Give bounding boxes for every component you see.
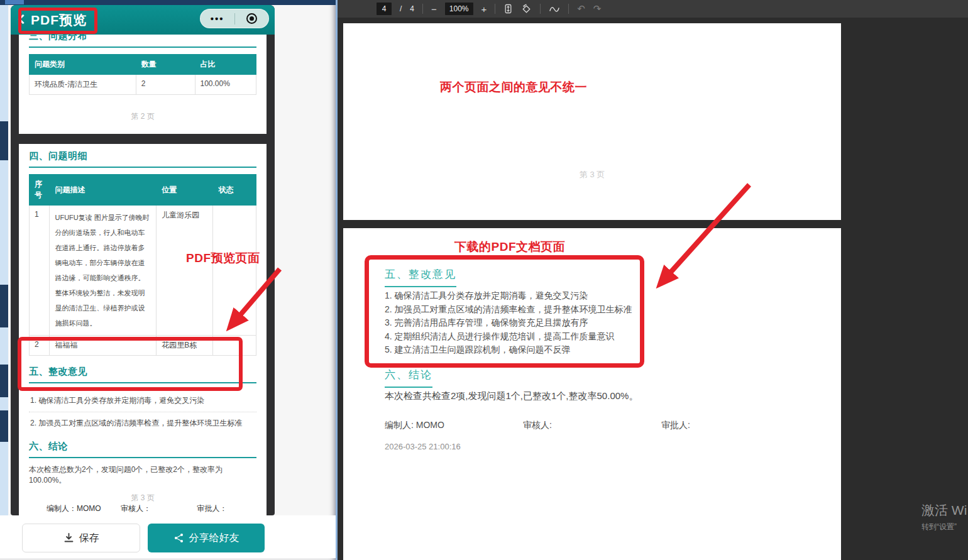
strip-block: [0, 410, 8, 442]
redo-button[interactable]: ↷: [593, 3, 602, 14]
col-header: 数量: [136, 55, 195, 75]
col-header: 占比: [195, 55, 256, 75]
save-label: 保存: [79, 532, 99, 545]
col-header: 问题描述: [50, 175, 157, 206]
cell-location: 花园里B栋: [157, 336, 213, 356]
toolbar-divider: [568, 4, 569, 14]
rectify-item: 2. 加强员工对重点区域的清洁频率检查，提升整体环境卫生标准: [385, 303, 632, 317]
section-heading-distribution: 三、问题分布: [29, 35, 256, 42]
table-row: 2 福福福 花园里B栋: [30, 336, 256, 356]
draw-ink-icon: [549, 4, 560, 14]
pdf-toolbar: 4 / 4 − 100% +: [338, 0, 968, 18]
rectify-item: 5. 建立清洁卫生问题跟踪机制，确保问题不反弹: [385, 343, 632, 357]
rotate-button[interactable]: [521, 4, 532, 14]
undo-button[interactable]: ↶: [577, 3, 585, 14]
download-icon: [63, 533, 74, 543]
page-total: 4: [410, 4, 414, 13]
pdf-page-4: 五、整改意见 1. 确保清洁工具分类存放并定期消毒，避免交叉污染 2. 加强员工…: [343, 228, 841, 560]
exit-target-icon[interactable]: [235, 13, 269, 24]
zoom-in-button[interactable]: +: [481, 4, 487, 14]
rectify-item: 1. 确保清洁工具分类存放并定期消毒，避免交叉污染: [29, 390, 256, 412]
signature-row: 编制人：MOMO 审核人： 审批人：: [29, 503, 256, 514]
preview-page-2: 三、问题分布 问题类别 数量 占比 环境品质-清洁卫生 2: [19, 35, 267, 134]
zoom-out-button[interactable]: −: [431, 4, 437, 14]
conclusion-text: 本次检查共检查2项,发现问题1个,已整改1个,整改率50.00%。: [385, 390, 638, 402]
window-top-edge: [0, 0, 336, 5]
col-header: 位置: [157, 175, 213, 206]
annotation-label-inconsistent: 两个页面之间的意见不统一: [440, 79, 587, 96]
cell-description: UFUFU复读 图片显示了傍晚时分的街道场景，行人和电动车在道路上通行。路边停放…: [50, 206, 157, 336]
cell-status: [213, 336, 256, 356]
rectify-item: 2. 加强员工对重点区域的清洁频率检查，提升整体环境卫生标准: [29, 412, 256, 434]
zoom-level[interactable]: 100%: [445, 3, 473, 15]
action-bar: 保存 分享给好友: [0, 515, 336, 558]
rectify-list: 1. 确保清洁工具分类存放并定期消毒，避免交叉污染 2. 加强员工对重点区域的清…: [385, 289, 632, 357]
window-top-tab: [5, 0, 24, 4]
save-button[interactable]: 保存: [22, 524, 140, 552]
reviewer-label: 审核人：: [121, 503, 197, 514]
fit-to-page-button[interactable]: [503, 4, 513, 14]
rotate-icon: [521, 4, 532, 14]
preview-page-3: 四、问题明细 序号 问题描述 位置 状态 1 UFU: [19, 144, 267, 515]
distribution-table: 问题类别 数量 占比 环境品质-清洁卫生 2 100.00%: [29, 54, 256, 95]
rectify-item: 1. 确保清洁工具分类存放并定期消毒，避免交叉污染: [385, 289, 632, 303]
watermark-line2: 转到“设置”: [921, 522, 967, 532]
heading-rule: [29, 47, 256, 48]
section-heading-conclusion: 六、结论: [29, 441, 256, 453]
conclusion-text: 本次检查总数为2个，发现问题0个，已整改2个，整改率为100.00%。: [29, 464, 256, 486]
col-header: 问题类别: [30, 55, 136, 75]
cell-status: [213, 206, 256, 336]
page-title: PDF预览: [31, 11, 87, 29]
preparer-label: 编制人: MOMO: [385, 420, 523, 431]
strip-block: [0, 285, 8, 327]
strip-block: [0, 121, 8, 160]
pdf-page-3: 第 3 页: [343, 23, 841, 220]
heading-rule: [29, 382, 256, 383]
col-header: 序号: [30, 175, 50, 206]
screenshot-root: PDF预览 ••• 三、问题分布 问题类别 数量: [0, 0, 968, 560]
more-icon[interactable]: •••: [201, 13, 234, 24]
page-number-input[interactable]: 4: [377, 3, 392, 15]
table-row: 1 UFUFU复读 图片显示了傍晚时分的街道场景，行人和电动车在道路上通行。路边…: [30, 206, 256, 336]
page-number-label: 第 3 页: [19, 493, 267, 503]
cell-index: 1: [30, 206, 50, 336]
rectify-item: 4. 定期组织清洁人员进行操作规范培训，提高工作质量意识: [385, 330, 632, 344]
reviewer-label: 审核人:: [523, 420, 661, 431]
page-number-label: 第 2 页: [29, 111, 256, 122]
page-divider: /: [400, 4, 402, 13]
annotation-label-preview-page: PDF预览页面: [186, 250, 260, 266]
toolbar-divider: [422, 4, 423, 14]
approver-label: 审批人：: [197, 503, 256, 514]
table-row: 环境品质-清洁卫生 2 100.00%: [30, 75, 256, 95]
annotation-label-download-page: 下载的PDF文档页面: [454, 239, 565, 255]
approver-label: 审批人:: [661, 420, 800, 431]
cell-description: 福福福: [50, 336, 157, 356]
heading-rule: [29, 167, 256, 168]
fit-page-icon: [503, 4, 513, 14]
cell-ratio: 100.00%: [195, 75, 256, 95]
mini-program-window: PDF预览 ••• 三、问题分布 问题类别 数量: [0, 0, 338, 560]
section-heading-conclusion: 六、结论: [385, 368, 432, 388]
col-header: 状态: [213, 175, 256, 206]
draw-button[interactable]: [549, 4, 560, 14]
section-heading-rectify: 五、整改意见: [385, 267, 456, 287]
rectify-item: 3. 完善清洁用品库存管理，确保物资充足且摆放有序: [385, 316, 632, 330]
cell-count: 2: [136, 75, 195, 95]
share-icon: [173, 533, 184, 543]
windows-activation-watermark: 激活 Wi 转到“设置”: [921, 502, 967, 532]
cell-index: 2: [30, 336, 50, 356]
background-window-strip: [0, 5, 8, 558]
heading-rule: [29, 457, 256, 458]
miniprogram-capsule: •••: [200, 9, 269, 28]
share-label: 分享给好友: [189, 532, 239, 545]
preparer-label: 编制人：MOMO: [47, 503, 121, 514]
app-header: PDF预览 •••: [11, 5, 275, 35]
toolbar-divider: [495, 4, 495, 14]
page-number-label: 第 3 页: [343, 169, 841, 180]
toolbar-divider: [540, 4, 541, 14]
cell-location: 儿童游乐园: [157, 206, 213, 336]
back-icon[interactable]: [18, 14, 28, 25]
share-button[interactable]: 分享给好友: [148, 524, 265, 552]
section-heading-detail: 四、问题明细: [29, 150, 256, 162]
timestamp: 2026-03-25 21:00:16: [385, 442, 461, 451]
